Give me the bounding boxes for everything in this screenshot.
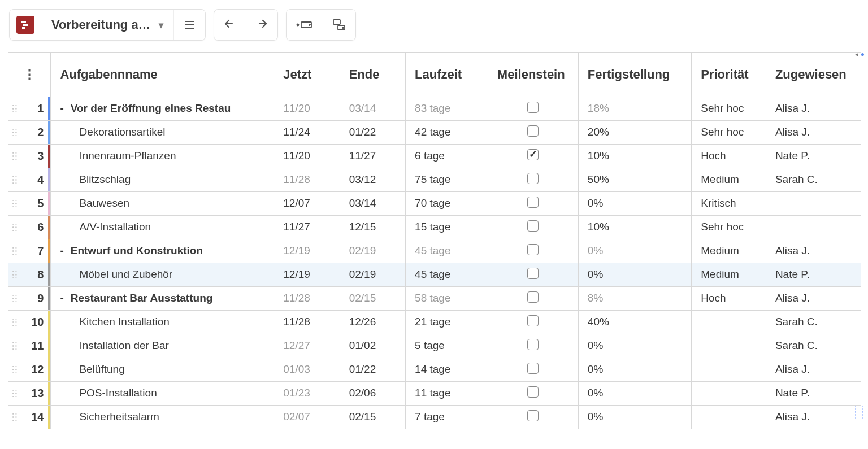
row-number-cell[interactable]: ::::6 <box>8 215 51 239</box>
prioritaet-cell[interactable]: Hoch <box>692 286 766 310</box>
fertigstellung-cell[interactable]: 50% <box>578 168 691 191</box>
jetzt-cell[interactable]: 11/28 <box>274 310 340 334</box>
zugewiesen-cell[interactable]: Nate P. <box>766 263 861 286</box>
row-number-cell[interactable]: ::::2 <box>8 120 51 144</box>
drag-handle-icon[interactable]: :::: <box>12 247 18 254</box>
task-name-cell[interactable]: POS-Installation <box>51 381 274 405</box>
add-subtask-button[interactable] <box>324 10 355 40</box>
task-name-cell[interactable]: A/V-Installation <box>51 215 274 239</box>
fertigstellung-cell[interactable]: 20% <box>578 120 691 144</box>
prioritaet-cell[interactable]: Medium <box>692 239 766 263</box>
row-number-cell[interactable]: ::::11 <box>8 334 51 358</box>
row-number-cell[interactable]: ::::3 <box>8 144 51 168</box>
task-name-cell[interactable]: -Restaurant Bar Ausstattung <box>51 286 274 310</box>
ende-cell[interactable]: 02/19 <box>340 263 405 286</box>
laufzeit-cell[interactable]: 6 tage <box>406 144 488 168</box>
milestone-checkbox[interactable] <box>527 410 539 421</box>
jetzt-cell[interactable]: 11/20 <box>274 144 340 168</box>
zugewiesen-cell[interactable]: Alisa J. <box>766 120 861 144</box>
fertigstellung-cell[interactable]: 10% <box>578 215 691 239</box>
fertigstellung-cell[interactable]: 0% <box>578 358 691 381</box>
milestone-checkbox[interactable] <box>527 291 539 303</box>
ende-cell[interactable]: 03/14 <box>340 97 405 120</box>
milestone-checkbox[interactable] <box>527 315 539 326</box>
zugewiesen-cell[interactable]: Alisa J. <box>766 358 861 381</box>
prioritaet-cell[interactable]: Medium <box>692 263 766 286</box>
right-drag-handle[interactable]: ⋮⋮⋮⋮⋮⋮ <box>852 407 867 417</box>
milestone-checkbox[interactable] <box>527 197 539 208</box>
task-name-cell[interactable]: Installation der Bar <box>51 334 274 358</box>
meilenstein-cell[interactable] <box>488 191 578 215</box>
task-name-cell[interactable]: Blitzschlag <box>51 168 274 191</box>
jetzt-cell[interactable]: 12/27 <box>274 334 340 358</box>
milestone-checkbox[interactable] <box>527 125 539 137</box>
table-row[interactable]: ::::6A/V-Installation11/2712/1515 tage10… <box>8 215 861 239</box>
fertigstellung-cell[interactable]: 0% <box>578 381 691 405</box>
laufzeit-cell[interactable]: 75 tage <box>406 168 488 191</box>
zugewiesen-cell[interactable]: Alisa J. <box>766 286 861 310</box>
laufzeit-cell[interactable]: 21 tage <box>406 310 488 334</box>
header-name[interactable]: Aufgabennname <box>51 53 274 97</box>
app-logo[interactable] <box>10 16 41 34</box>
header-ende[interactable]: Ende <box>340 53 405 97</box>
milestone-checkbox[interactable] <box>527 220 539 232</box>
table-row[interactable]: ::::11Installation der Bar12/2701/025 ta… <box>8 334 861 358</box>
ende-cell[interactable]: 02/06 <box>340 381 405 405</box>
jetzt-cell[interactable]: 12/19 <box>274 239 340 263</box>
meilenstein-cell[interactable] <box>488 381 578 405</box>
meilenstein-cell[interactable] <box>488 263 578 286</box>
drag-handle-icon[interactable]: :::: <box>12 342 18 349</box>
collapse-toggle-icon[interactable]: - <box>60 292 63 304</box>
jetzt-cell[interactable]: 11/24 <box>274 120 340 144</box>
jetzt-cell[interactable]: 01/23 <box>274 381 340 405</box>
header-meilenstein[interactable]: Meilenstein <box>488 53 578 97</box>
row-number-cell[interactable]: ::::13 <box>8 381 51 405</box>
laufzeit-cell[interactable]: 70 tage <box>406 191 488 215</box>
project-selector[interactable]: Vorbereitung a… ▾ <box>41 18 173 32</box>
collapse-toggle-icon[interactable]: - <box>60 102 63 115</box>
ende-cell[interactable]: 02/15 <box>340 286 405 310</box>
jetzt-cell[interactable]: 11/28 <box>274 286 340 310</box>
drag-handle-icon[interactable]: :::: <box>12 390 18 396</box>
ende-cell[interactable]: 12/15 <box>340 215 405 239</box>
task-name-cell[interactable]: Kitchen Installation <box>51 310 274 334</box>
header-laufzeit[interactable]: Laufzeit <box>406 53 488 97</box>
jetzt-cell[interactable]: 02/07 <box>274 405 340 429</box>
header-jetzt[interactable]: Jetzt <box>274 53 340 97</box>
add-task-button[interactable] <box>287 10 324 40</box>
laufzeit-cell[interactable]: 58 tage <box>406 286 488 310</box>
zugewiesen-cell[interactable]: Nate P. <box>766 144 861 168</box>
prioritaet-cell[interactable]: Sehr hoc <box>692 120 766 144</box>
header-menu-cell[interactable]: ⋮ <box>8 53 51 97</box>
drag-handle-icon[interactable]: :::: <box>12 129 18 136</box>
zugewiesen-cell[interactable]: Nate P. <box>766 381 861 405</box>
prioritaet-cell[interactable] <box>692 358 766 381</box>
drag-handle-icon[interactable]: :::: <box>12 224 18 230</box>
laufzeit-cell[interactable]: 83 tage <box>406 97 488 120</box>
fertigstellung-cell[interactable]: 0% <box>578 263 691 286</box>
meilenstein-cell[interactable] <box>488 405 578 429</box>
undo-button[interactable] <box>214 10 246 40</box>
prioritaet-cell[interactable] <box>692 381 766 405</box>
table-row[interactable]: ::::1-Vor der Eröffnung eines Restau11/2… <box>8 97 861 120</box>
table-row[interactable]: ::::10Kitchen Installation11/2812/2621 t… <box>8 310 861 334</box>
fertigstellung-cell[interactable]: 0% <box>578 191 691 215</box>
laufzeit-cell[interactable]: 5 tage <box>406 334 488 358</box>
jetzt-cell[interactable]: 12/07 <box>274 191 340 215</box>
task-name-cell[interactable]: Dekorationsartikel <box>51 120 274 144</box>
meilenstein-cell[interactable] <box>488 310 578 334</box>
prioritaet-cell[interactable] <box>692 334 766 358</box>
drag-handle-icon[interactable]: :::: <box>12 105 18 112</box>
milestone-checkbox[interactable] <box>527 173 539 184</box>
row-number-cell[interactable]: ::::1 <box>8 97 51 120</box>
drag-handle-icon[interactable]: :::: <box>12 366 18 373</box>
table-row[interactable]: ::::5Bauwesen12/0703/1470 tage0%Kritisch <box>8 191 861 215</box>
table-row[interactable]: ::::7-Entwurf und Konstruktion12/1902/19… <box>8 239 861 263</box>
meilenstein-cell[interactable] <box>488 358 578 381</box>
laufzeit-cell[interactable]: 14 tage <box>406 358 488 381</box>
drag-handle-icon[interactable]: :::: <box>12 295 18 302</box>
milestone-checkbox[interactable] <box>527 102 539 113</box>
laufzeit-cell[interactable]: 45 tage <box>406 239 488 263</box>
zugewiesen-cell[interactable]: Sarah C. <box>766 334 861 358</box>
prioritaet-cell[interactable]: Medium <box>692 168 766 191</box>
